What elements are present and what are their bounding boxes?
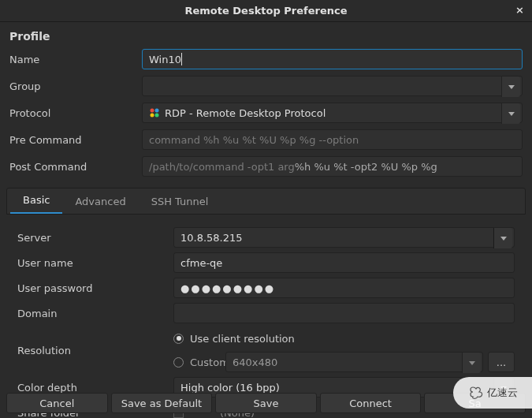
group-combobox[interactable]	[142, 76, 523, 96]
server-combobox[interactable]: 10.8.58.215	[173, 227, 515, 248]
server-value: 10.8.58.215	[180, 232, 243, 244]
svg-point-3	[155, 114, 159, 118]
profile-section: Profile Name Win10 Group Protocol RDP - …	[0, 22, 532, 188]
post-command-prefix: /path/to/command -opt1 arg	[149, 161, 295, 173]
server-label: Server	[17, 232, 173, 244]
domain-input[interactable]	[173, 303, 515, 323]
pre-command-input[interactable]: command %h %u %t %U %p %g --option	[142, 129, 523, 150]
chevron-down-icon[interactable]	[462, 353, 481, 373]
protocol-combobox[interactable]: RDP - Remote Desktop Protocol	[142, 103, 523, 123]
chevron-down-icon[interactable]	[501, 77, 520, 97]
chevron-down-icon[interactable]	[501, 103, 520, 124]
username-input[interactable]: cfme-qe	[173, 252, 515, 273]
connect-button[interactable]: Connect	[320, 393, 422, 413]
rdp-icon	[149, 107, 160, 118]
username-value: cfme-qe	[180, 257, 222, 269]
window-title: Remote Desktop Preference	[184, 5, 347, 17]
cancel-button[interactable]: Cancel	[6, 393, 108, 413]
color-depth-value: High color (16 bpp)	[180, 382, 280, 394]
resolution-custom-label: Custom	[190, 356, 229, 368]
post-command-input[interactable]: /path/to/command -opt1 arg %h %u %t -opt…	[142, 156, 523, 177]
password-label: User password	[17, 282, 173, 294]
domain-label: Domain	[17, 308, 173, 319]
resolution-client-label: Use client resolution	[190, 333, 295, 345]
save-default-button[interactable]: Save as Default	[111, 393, 213, 413]
profile-heading: Profile	[9, 30, 523, 43]
protocol-label: Protocol	[9, 107, 142, 119]
name-label: Name	[9, 54, 142, 65]
action-bar: Cancel Save as Default Save Connect Sa	[6, 393, 526, 413]
pre-command-label: Pre Command	[9, 134, 142, 146]
password-input[interactable]: ●●●●●●●●●	[173, 278, 515, 298]
post-command-label: Post Command	[9, 161, 142, 173]
name-input[interactable]: Win10	[142, 49, 523, 69]
svg-point-0	[151, 109, 154, 113]
tab-content-basic: Server 10.8.58.215 User name cfme-qe Use…	[6, 215, 526, 418]
resolution-custom-combobox[interactable]: 640x480	[225, 352, 483, 372]
group-label: Group	[9, 80, 142, 92]
tab-ssh-tunnel[interactable]: SSH Tunnel	[139, 189, 221, 214]
resolution-client-radio[interactable]: Use client resolution	[173, 328, 515, 349]
resolution-label: Resolution	[17, 345, 173, 356]
watermark-logo: 亿速云	[453, 377, 532, 409]
password-value: ●●●●●●●●●	[180, 282, 275, 294]
resolution-custom-radio[interactable]: Custom	[173, 352, 221, 372]
tab-advanced[interactable]: Advanced	[62, 189, 138, 214]
radio-icon	[173, 357, 184, 368]
tab-basic[interactable]: Basic	[10, 188, 62, 214]
text-caret	[181, 53, 182, 65]
name-value: Win10	[149, 54, 181, 65]
save-button[interactable]: Save	[215, 393, 317, 413]
tabs-bar: Basic Advanced SSH Tunnel	[6, 188, 526, 215]
resolution-custom-value: 640x480	[233, 356, 277, 368]
protocol-value: RDP - Remote Desktop Protocol	[165, 107, 326, 119]
titlebar: Remote Desktop Preference ×	[0, 0, 532, 22]
resolution-more-button[interactable]: ...	[488, 352, 515, 372]
radio-selected-icon	[173, 334, 184, 344]
username-label: User name	[17, 257, 173, 269]
svg-point-2	[151, 114, 154, 118]
color-depth-label: Color depth	[17, 382, 173, 394]
pre-command-placeholder: command %h %u %t %U %p %g --option	[149, 134, 359, 146]
post-command-suffix: %h %u %t -opt2 %U %p %g	[295, 161, 437, 173]
svg-point-1	[155, 109, 159, 113]
watermark-text: 亿速云	[487, 386, 518, 400]
close-icon[interactable]: ×	[515, 4, 524, 16]
chevron-down-icon[interactable]	[493, 228, 512, 248]
